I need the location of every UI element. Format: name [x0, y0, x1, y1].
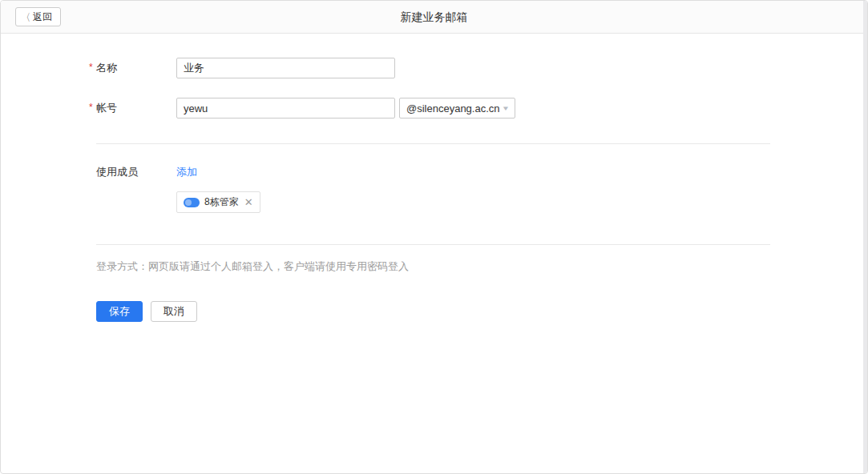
cancel-button[interactable]: 取消 [151, 301, 197, 322]
name-row: * 名称 [87, 58, 867, 78]
account-label: 帐号 [96, 102, 117, 114]
group-tag-icon [184, 198, 200, 207]
remove-member-icon[interactable]: ✕ [244, 197, 253, 207]
name-label: 名称 [96, 62, 117, 74]
scrollbar[interactable] [863, 1, 867, 473]
required-asterisk: * [89, 62, 93, 73]
form-actions: 保存 取消 [96, 301, 867, 322]
domain-selected-value: @silenceyang.ac.cn [406, 102, 500, 114]
section-divider [96, 143, 770, 144]
domain-select[interactable]: @silenceyang.ac.cn ▼ [399, 98, 515, 118]
member-tag-row: 8栋管家 ✕ [87, 191, 867, 213]
note-row: 登录方式：网页版请通过个人邮箱登入，客户端请使用专用密码登入 [96, 259, 867, 275]
new-business-mailbox-page: 〈 返回 新建业务邮箱 * 名称 * 帐号 @silenceyang.ac.cn… [0, 0, 868, 474]
save-button[interactable]: 保存 [96, 301, 143, 322]
members-label-cell: 使用成员 [87, 165, 176, 179]
account-label-cell: * 帐号 [87, 101, 176, 115]
member-tag-label: 8栋管家 [204, 195, 239, 209]
back-button-label: 返回 [33, 10, 52, 24]
section-divider [96, 244, 770, 245]
back-button[interactable]: 〈 返回 [15, 7, 61, 26]
name-input[interactable] [176, 58, 395, 78]
account-row: * 帐号 @silenceyang.ac.cn ▼ [87, 98, 867, 118]
page-title: 新建业务邮箱 [1, 1, 867, 34]
members-label: 使用成员 [96, 166, 138, 178]
account-input[interactable] [176, 98, 395, 118]
add-member-link[interactable]: 添加 [176, 165, 197, 179]
name-label-cell: * 名称 [87, 61, 176, 75]
required-asterisk: * [89, 102, 93, 113]
member-tag: 8栋管家 ✕ [176, 191, 260, 213]
members-row: 使用成员 添加 [87, 165, 867, 179]
mailbox-form: * 名称 * 帐号 @silenceyang.ac.cn ▼ 使用成员 添加 [1, 58, 867, 322]
page-header: 〈 返回 新建业务邮箱 [1, 1, 867, 34]
chevron-down-icon: ▼ [502, 105, 510, 112]
login-method-note: 登录方式：网页版请通过个人邮箱登入，客户端请使用专用密码登入 [96, 260, 409, 272]
back-chevron-icon: 〈 [22, 10, 30, 23]
